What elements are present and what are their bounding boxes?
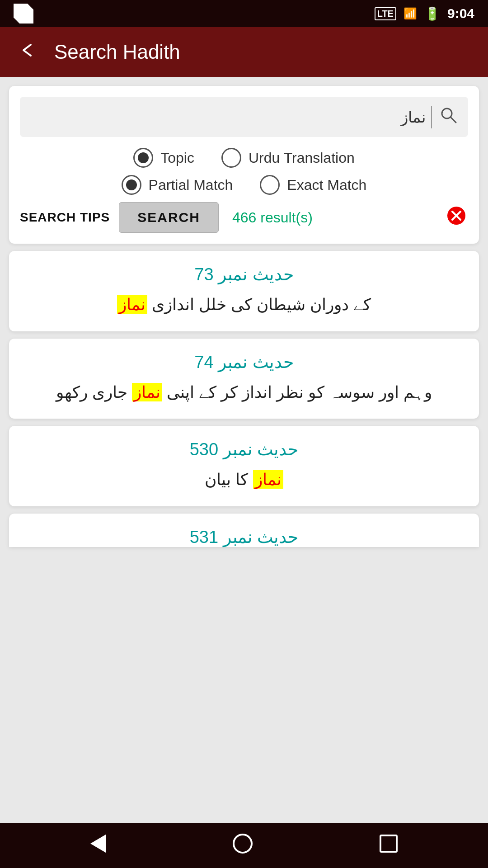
status-bar-left [14,4,33,24]
radio-topic-circle [133,148,153,168]
status-bar: LTE 📶 🔋 9:04 [0,0,488,27]
radio-partial-label: Partial Match [149,177,233,193]
radio-topic-label: Topic [160,150,194,166]
nav-back-button[interactable] [81,830,115,861]
hadith-card-74[interactable]: حدیث نمبر 74 وہم اور سوسہ کو نظر انداز ک… [9,339,479,419]
clear-button[interactable] [445,204,468,231]
hadith-74-number: حدیث نمبر 74 [22,352,466,372]
app-logo [14,4,33,24]
hadith-card-531[interactable]: حدیث نمبر 531 [9,514,479,547]
radio-urdu-label: Urdu Translation [249,150,355,166]
radio-urdu-circle [221,148,241,168]
highlight-73: نماز [117,295,147,314]
nav-recents-button[interactable] [371,830,407,861]
radio-partial-circle [122,175,141,195]
hadith-530-text: نماز کا بیان [22,467,466,493]
results-count: 466 result(s) [232,209,313,226]
hadith-card-530[interactable]: حدیث نمبر 530 نماز کا بیان [9,426,479,506]
main-content: Topic Urdu Translation Partial Match Exa… [0,77,488,823]
signal-icon: 📶 [404,7,417,20]
nav-back-icon [90,835,106,857]
nav-recents-icon [380,835,398,857]
page-title: Search Hadith [54,41,180,63]
lte-indicator: LTE [375,7,396,20]
radio-partial[interactable]: Partial Match [122,175,233,195]
search-panel: Topic Urdu Translation Partial Match Exa… [9,86,479,244]
search-icon-button[interactable] [437,104,459,130]
svg-line-1 [451,118,456,123]
top-bar: Search Hadith [0,27,488,77]
search-input[interactable] [29,108,426,126]
radio-exact-label: Exact Match [287,177,366,193]
hadith-card-73[interactable]: حدیث نمبر 73 کے دوران شیطان کی خلل انداز… [9,251,479,331]
svg-point-0 [442,108,452,118]
clock: 9:04 [447,6,474,21]
bottom-nav [0,823,488,868]
radio-row-1: Topic Urdu Translation [20,148,468,168]
radio-row-2: Partial Match Exact Match [20,175,468,195]
radio-exact-circle [260,175,280,195]
search-button[interactable]: SEARCH [119,202,219,233]
battery-icon: 🔋 [424,6,440,21]
hadith-530-number: حدیث نمبر 530 [22,439,466,459]
nav-home-button[interactable] [224,829,262,862]
nav-home-icon [233,834,253,858]
hadith-531-number: حدیث نمبر 531 [22,527,466,547]
hadith-73-number: حدیث نمبر 73 [22,264,466,284]
hadith-73-text: کے دوران شیطان کی خلل اندازی نماز [22,292,466,318]
radio-exact[interactable]: Exact Match [260,175,366,195]
highlight-530: نماز [253,470,283,489]
status-bar-right: LTE 📶 🔋 9:04 [375,6,474,21]
search-input-row [20,97,468,137]
hadith-74-text: وہم اور سوسہ کو نظر انداز کر کے اپنی نما… [22,379,466,406]
input-divider [431,106,432,128]
radio-topic[interactable]: Topic [133,148,194,168]
radio-urdu[interactable]: Urdu Translation [221,148,355,168]
search-tips-button[interactable]: SEARCH TIPS [20,206,110,229]
back-button[interactable] [14,37,41,68]
highlight-74: نماز [132,383,162,401]
actions-row: SEARCH TIPS SEARCH 466 result(s) [20,202,468,233]
